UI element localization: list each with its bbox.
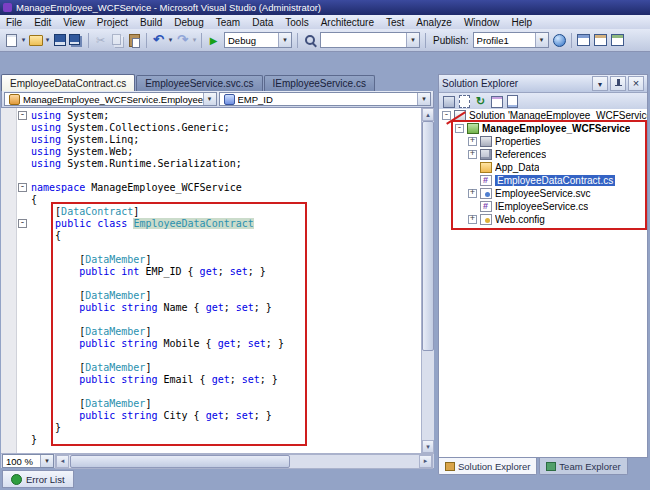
chevron-down-icon[interactable]	[417, 93, 430, 105]
undo-icon[interactable]	[150, 32, 167, 49]
open-file-dropdown-arrow[interactable]	[44, 36, 51, 44]
tool-tab-solution-explorer[interactable]: Solution Explorer	[438, 458, 537, 475]
toolbar-separator-group	[422, 33, 429, 48]
chevron-down-icon[interactable]	[406, 33, 419, 47]
error-list-tab[interactable]: Error List	[2, 470, 74, 488]
auto-hide-pin-button[interactable]	[610, 76, 626, 91]
horizontal-scrollbar[interactable]	[55, 454, 433, 469]
publish-icon[interactable]	[551, 32, 568, 49]
save-all-icon[interactable]	[68, 32, 85, 49]
redo-dropdown-arrow[interactable]	[191, 36, 198, 44]
redo-icon	[174, 32, 191, 49]
tree-item-web-config[interactable]: +Web.config	[439, 213, 647, 226]
tree-item-employeedatacontract-cs[interactable]: EmployeeDataContract.cs	[439, 174, 647, 187]
menu-item-data[interactable]: Data	[246, 17, 279, 28]
publish-profile-combo[interactable]: Profile1	[473, 32, 549, 48]
code-line: [DataMember]	[31, 398, 420, 410]
collapse-icon[interactable]: -	[455, 124, 464, 133]
menu-item-edit[interactable]: Edit	[28, 17, 57, 28]
project-icon	[467, 123, 479, 134]
view-code-icon[interactable]	[505, 94, 520, 109]
window-position-button[interactable]	[592, 76, 608, 91]
menu-item-analyze[interactable]: Analyze	[410, 17, 458, 28]
zoom-combo[interactable]: 100 %	[2, 454, 54, 468]
tree-item-label: ManageEmployee_WCFService	[482, 123, 630, 134]
start-debug-icon[interactable]	[205, 32, 222, 49]
solution-configuration-value: Debug	[228, 35, 278, 46]
menu-item-help[interactable]: Help	[506, 17, 539, 28]
menu-item-build[interactable]: Build	[134, 17, 168, 28]
properties-window-icon[interactable]	[592, 32, 609, 49]
chevron-down-icon[interactable]	[40, 455, 53, 467]
scroll-up-icon[interactable]	[422, 108, 434, 121]
tree-item-properties[interactable]: +Properties	[439, 135, 647, 148]
cs-icon	[480, 175, 492, 186]
menu-item-debug[interactable]: Debug	[168, 17, 209, 28]
chevron-down-icon[interactable]	[535, 33, 548, 47]
solution-explorer-titlebar[interactable]: Solution Explorer	[439, 75, 647, 93]
chevron-down-icon[interactable]	[278, 33, 291, 47]
toolbar-group-find	[294, 32, 318, 49]
expand-icon[interactable]: +	[468, 215, 477, 224]
toolbar-separator	[571, 33, 572, 48]
find-icon[interactable]	[301, 32, 318, 49]
horizontal-scrollbar-thumb[interactable]	[70, 455, 290, 468]
code-line: [DataMember]	[31, 254, 420, 266]
scroll-left-icon[interactable]	[56, 455, 69, 468]
undo-dropdown-arrow[interactable]	[167, 36, 174, 44]
tree-item-app-data[interactable]: App_Data	[439, 161, 647, 174]
menu-item-test[interactable]: Test	[380, 17, 410, 28]
refresh-icon[interactable]	[473, 94, 488, 109]
tab-employeeservice-svc-cs[interactable]: EmployeeService.svc.cs	[136, 75, 262, 91]
tree-item-solution-manageemployee-wcfservice-1-project[interactable]: -Solution 'ManageEmployee_WCFService' (1…	[439, 109, 647, 122]
tree-item-employeeservice-svc[interactable]: +EmployeeService.svc	[439, 187, 647, 200]
vertical-scrollbar[interactable]	[421, 108, 434, 453]
members-dropdown[interactable]: EMP_ID	[219, 92, 432, 106]
find-combo[interactable]	[320, 32, 420, 48]
config-icon	[480, 214, 492, 225]
expand-icon[interactable]: +	[468, 137, 477, 146]
tree-item-references[interactable]: +References	[439, 148, 647, 161]
scroll-down-icon[interactable]	[422, 440, 434, 453]
tab-iemployeeservice-cs[interactable]: IEmployeeService.cs	[264, 75, 375, 91]
show-all-files-icon[interactable]	[457, 94, 472, 109]
menu-item-file[interactable]: File	[0, 17, 28, 28]
vertical-scrollbar-thumb[interactable]	[422, 121, 434, 351]
new-project-dropdown-arrow[interactable]	[20, 36, 27, 44]
editor-bottom-bar: 100 %	[1, 453, 434, 468]
fold-marker[interactable]: -	[18, 183, 27, 192]
solution-explorer-icon[interactable]	[575, 32, 592, 49]
fold-marker[interactable]: -	[18, 219, 27, 228]
solution-tree[interactable]: -Solution 'ManageEmployee_WCFService' (1…	[439, 109, 647, 457]
tool-tab-label: Solution Explorer	[458, 461, 530, 472]
breakpoint-gutter[interactable]	[1, 108, 17, 453]
close-panel-button[interactable]	[628, 76, 644, 91]
toolbox-icon[interactable]	[609, 32, 626, 49]
tab-employeedatacontract-cs[interactable]: EmployeeDataContract.cs	[1, 74, 135, 91]
solution-configuration-combo[interactable]: Debug	[224, 32, 292, 48]
fold-marker[interactable]: -	[18, 111, 27, 120]
toolbar-separator	[201, 33, 202, 48]
new-project-icon[interactable]	[3, 32, 20, 49]
paste-icon[interactable]	[126, 32, 143, 49]
expand-icon[interactable]: +	[468, 150, 477, 159]
menu-item-tools[interactable]: Tools	[279, 17, 314, 28]
tree-item-manageemployee-wcfservice[interactable]: -ManageEmployee_WCFService	[439, 122, 647, 135]
tree-item-iemployeeservice-cs[interactable]: IEmployeeService.cs	[439, 200, 647, 213]
class-diagram-icon[interactable]	[489, 94, 504, 109]
scroll-right-icon[interactable]	[419, 455, 432, 468]
types-dropdown[interactable]: ManageEmployee_WCFService.EmployeeDataC	[4, 92, 217, 106]
save-icon[interactable]	[51, 32, 68, 49]
properties-icon[interactable]	[441, 94, 456, 109]
chevron-down-icon[interactable]	[203, 93, 216, 105]
menu-item-team[interactable]: Team	[210, 17, 246, 28]
menu-item-project[interactable]: Project	[91, 17, 134, 28]
code-editor[interactable]: using System;using System.Collections.Ge…	[1, 108, 434, 453]
menu-item-view[interactable]: View	[57, 17, 91, 28]
collapse-icon[interactable]: -	[442, 111, 451, 120]
open-file-icon[interactable]	[27, 32, 44, 49]
tool-tab-team-explorer[interactable]: Team Explorer	[539, 458, 627, 475]
expand-icon[interactable]: +	[468, 189, 477, 198]
menu-item-architecture[interactable]: Architecture	[315, 17, 380, 28]
menu-item-window[interactable]: Window	[458, 17, 506, 28]
